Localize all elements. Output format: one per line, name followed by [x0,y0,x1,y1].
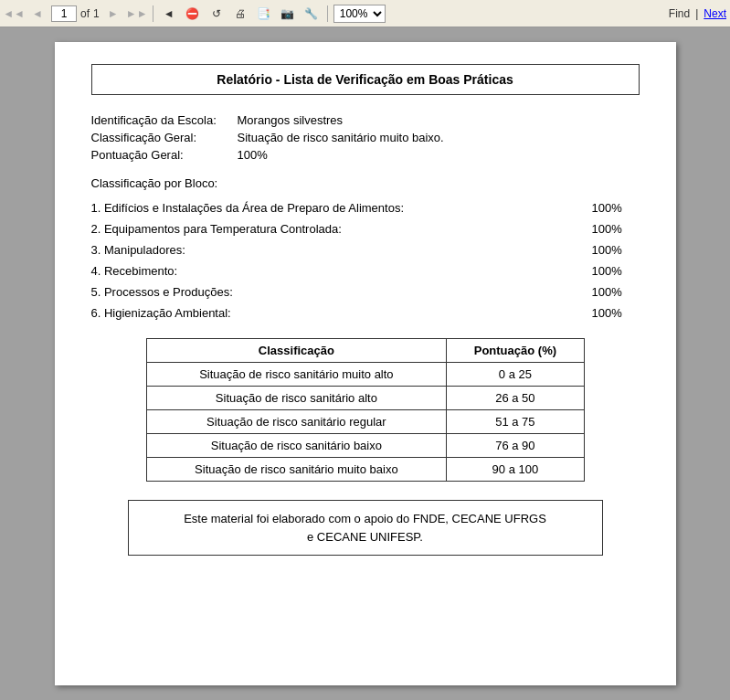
page-info: of 1 [51,5,100,22]
table-row: Situação de risco sanitário muito baixo9… [146,458,584,482]
footer-line1: Este material foi elaborado com o apoio … [184,512,546,525]
classification-table: Classificação Pontuação (%) Situação de … [146,338,585,482]
escola-value: Morangos silvestres [238,113,344,127]
table-cell-pontuacao-1: 0 a 25 [447,363,584,387]
next-page-button[interactable]: ► [103,4,123,24]
table-cell-classif-5: Situação de risco sanitário muito baixo [146,458,447,482]
block-value-1: 100% [585,201,640,215]
table-cell-pontuacao-3: 51 a 75 [447,410,584,434]
next-label[interactable]: Next [704,7,726,20]
block-label-3: 3. Manipuladores: [91,243,585,257]
table-row: Situação de risco sanitário baixo76 a 90 [146,434,584,458]
report-title: Relatório - Lista de Verificação em Boas… [217,72,513,87]
block-value-4: 100% [585,264,640,278]
block-label-1: 1. Edifícios e Instalações da Área de Pr… [91,201,585,215]
refresh-button[interactable]: ↺ [206,4,227,24]
table-col1-header: Classificação [146,339,447,363]
block-value-3: 100% [585,243,640,257]
first-page-button[interactable]: ◄◄ [4,4,24,24]
block-item-4: 4. Recebimento:100% [91,264,640,278]
print-button[interactable]: 🖨 [230,4,250,24]
tools-button[interactable]: 🔧 [302,4,322,24]
bloco-heading: Classificação por Bloco: [91,176,640,190]
separator-1 [153,5,153,22]
screenshot-button[interactable]: 📷 [278,4,298,24]
separator-2 [327,5,328,22]
table-cell-classif-1: Situação de risco sanitário muito alto [146,363,447,387]
footer-line2: e CECANE UNIFESP. [307,530,423,544]
document-area: Relatório - Lista de Verificação em Boas… [0,27,730,700]
block-value-6: 100% [585,306,640,320]
block-item-6: 6. Higienização Ambiental:100% [91,306,640,320]
block-item-3: 3. Manipuladores:100% [91,243,640,257]
table-cell-classif-4: Situação de risco sanitário baixo [146,434,447,458]
last-page-button[interactable]: ►► [127,4,147,24]
classificacao-label: Classificação Geral: [91,131,238,144]
info-section: Identificação da Escola: Morangos silves… [91,113,640,162]
zoom-select[interactable]: 100% 75% 125% 150% [333,5,386,23]
classificacao-value: Situação de risco sanitário muito baixo. [238,131,444,144]
block-item-1: 1. Edifícios e Instalações da Área de Pr… [91,201,640,215]
table-cell-pontuacao-2: 26 a 50 [447,387,584,410]
table-cell-pontuacao-5: 90 a 100 [447,458,584,482]
toolbar: ◄◄ ◄ of 1 ► ►► ◄ ⛔ ↺ 🖨 📑 📷 🔧 100% 75% 12… [0,0,730,27]
block-item-5: 5. Processos e Produções:100% [91,285,640,299]
classificacao-row: Classificação Geral: Situação de risco s… [91,131,640,144]
block-label-5: 5. Processos e Produções: [91,285,585,299]
pontuacao-label: Pontuação Geral: [91,148,238,162]
table-row: Situação de risco sanitário muito alto0 … [146,363,584,387]
pontuacao-value: 100% [238,148,268,162]
escola-row: Identificação da Escola: Morangos silves… [91,113,640,127]
block-label-2: 2. Equipamentos para Temperatura Control… [91,222,585,236]
table-col2-header: Pontuação (%) [447,339,584,363]
block-value-5: 100% [585,285,640,299]
prev-page-button[interactable]: ◄ [27,4,48,24]
table-row: Situação de risco sanitário alto26 a 50 [146,387,584,410]
find-label: Find [669,7,690,20]
page-of-label: of [80,7,90,20]
find-area: Find | Next [669,7,726,20]
stop-button[interactable]: ⛔ [183,4,203,24]
escola-label: Identificação da Escola: [91,113,238,127]
page-number-input[interactable] [51,5,77,22]
toolbar-separator-text: | [695,7,698,20]
block-value-2: 100% [585,222,640,236]
back-button[interactable]: ◄ [159,4,179,24]
table-cell-classif-3: Situação de risco sanitário regular [146,410,447,434]
footer-box: Este material foi elaborado com o apoio … [128,500,603,556]
table-cell-pontuacao-4: 76 a 90 [447,434,584,458]
table-row: Situação de risco sanitário regular51 a … [146,410,584,434]
table-cell-classif-2: Situação de risco sanitário alto [146,387,447,410]
report-title-box: Relatório - Lista de Verificação em Boas… [91,64,640,95]
block-list: 1. Edifícios e Instalações da Área de Pr… [91,201,640,320]
pontuacao-row: Pontuação Geral: 100% [91,148,640,162]
block-label-6: 6. Higienização Ambiental: [91,306,585,320]
report-page: Relatório - Lista de Verificação em Boas… [55,42,676,685]
page-total-label: 1 [93,7,100,20]
bookmark-button[interactable]: 📑 [254,4,274,24]
block-item-2: 2. Equipamentos para Temperatura Control… [91,222,640,236]
block-label-4: 4. Recebimento: [91,264,585,278]
